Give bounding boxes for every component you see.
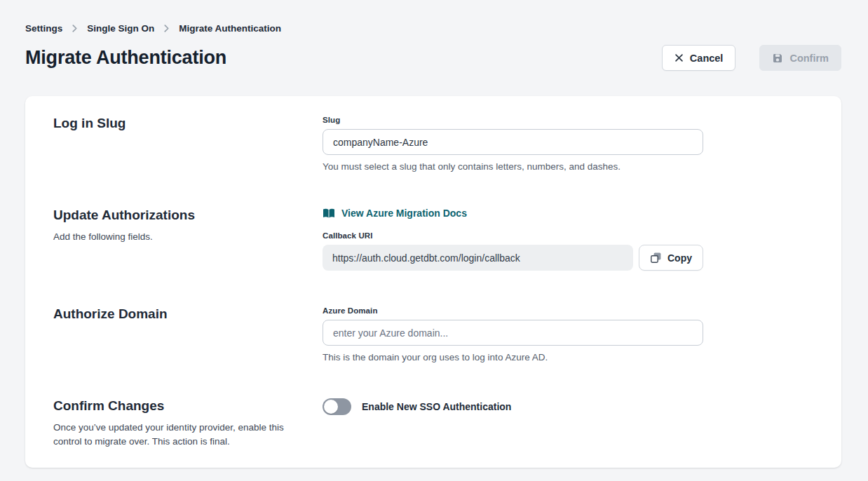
sso-toggle-row: Enable New SSO Authentication bbox=[323, 398, 703, 415]
section-update-authorizations: Update Authorizations Add the following … bbox=[53, 208, 813, 271]
chevron-right-icon bbox=[71, 25, 79, 32]
confirm-changes-heading: Confirm Changes bbox=[53, 398, 323, 414]
toggle-knob bbox=[324, 400, 338, 414]
settings-card: Log in Slug Slug You must select a slug … bbox=[25, 96, 841, 468]
slug-field-label: Slug bbox=[323, 116, 703, 124]
migrate-authentication-page: Settings Single Sign On Migrate Authenti… bbox=[0, 0, 868, 481]
cancel-button-label: Cancel bbox=[690, 53, 724, 64]
x-icon bbox=[674, 53, 684, 62]
callback-row: https://auth.cloud.getdbt.com/login/call… bbox=[323, 245, 703, 271]
section-login-slug: Log in Slug Slug You must select a slug … bbox=[53, 116, 813, 172]
section-authorize-domain: Authorize Domain Azure Domain This is th… bbox=[53, 306, 813, 363]
azure-domain-label: Azure Domain bbox=[323, 306, 703, 315]
page-header: Settings Single Sign On Migrate Authenti… bbox=[0, 0, 868, 71]
update-authorizations-heading: Update Authorizations bbox=[53, 208, 323, 223]
copy-icon bbox=[650, 252, 662, 264]
slug-input[interactable] bbox=[323, 129, 703, 155]
page-title: Migrate Authentication bbox=[25, 47, 226, 69]
authorize-domain-heading: Authorize Domain bbox=[53, 306, 323, 322]
breadcrumb-single-sign-on[interactable]: Single Sign On bbox=[87, 23, 154, 34]
title-row: Migrate Authentication Cancel bbox=[25, 45, 841, 71]
docs-link-label: View Azure Migration Docs bbox=[341, 208, 467, 219]
book-icon bbox=[323, 208, 335, 219]
enable-sso-toggle[interactable] bbox=[323, 398, 351, 415]
azure-domain-help-text: This is the domain your org uses to log … bbox=[323, 352, 703, 363]
chevron-right-icon bbox=[163, 25, 170, 32]
confirm-button-label: Confirm bbox=[789, 53, 829, 64]
breadcrumb: Settings Single Sign On Migrate Authenti… bbox=[25, 23, 841, 34]
callback-uri-field[interactable]: https://auth.cloud.getdbt.com/login/call… bbox=[323, 245, 633, 271]
header-actions: Cancel Confirm bbox=[662, 45, 841, 71]
callback-uri-label: Callback URI bbox=[323, 231, 703, 240]
login-slug-heading: Log in Slug bbox=[53, 116, 323, 131]
breadcrumb-current-page: Migrate Authentication bbox=[179, 23, 281, 34]
confirm-button[interactable]: Confirm bbox=[759, 45, 841, 71]
save-icon bbox=[772, 53, 783, 64]
copy-button[interactable]: Copy bbox=[639, 245, 703, 271]
cancel-button[interactable]: Cancel bbox=[662, 45, 736, 71]
copy-button-label: Copy bbox=[667, 252, 692, 264]
section-confirm-changes: Confirm Changes Once you’ve updated your… bbox=[53, 398, 813, 449]
slug-help-text: You must select a slug that only contain… bbox=[323, 161, 703, 172]
update-authorizations-description: Add the following fields. bbox=[53, 230, 285, 244]
breadcrumb-settings[interactable]: Settings bbox=[25, 23, 62, 34]
azure-domain-input[interactable] bbox=[323, 320, 703, 346]
sso-toggle-label: Enable New SSO Authentication bbox=[362, 401, 511, 412]
azure-migration-docs-link[interactable]: View Azure Migration Docs bbox=[323, 208, 467, 219]
confirm-changes-description: Once you’ve updated your identity provid… bbox=[53, 421, 285, 449]
